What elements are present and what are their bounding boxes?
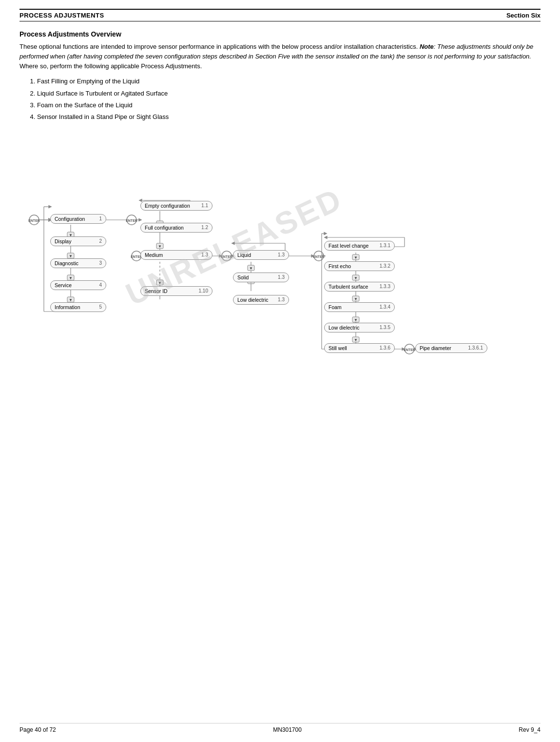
menu-low-dielectric-col4-label: Low dielectric [328,325,360,331]
svg-rect-70 [352,317,359,322]
menu-turbulent-surface-label: Turbulent surface [328,284,368,290]
svg-text:▼: ▼ [354,297,358,301]
footer-right: Rev 9_4 [519,726,541,733]
menu-service-label: Service [55,282,72,288]
menu-full-config-label: Full configuration [145,225,184,231]
menu-diagnostic-label: Diagnostic [55,260,78,266]
menu-configuration-num: 1 [99,216,102,221]
menu-first-echo-num: 1.3.2 [380,263,390,269]
menu-display-num: 2 [99,238,102,244]
menu-low-dielectric-col3-label: Low dielectric [237,297,269,303]
menu-configuration: Configuration 1 [50,214,106,224]
menu-low-dielectric-col3: Low dielectric 1.3 [233,295,289,305]
menu-fast-level-change: Fast level change 1.3.1 [324,241,395,251]
menu-foam-label: Foam [328,304,342,310]
svg-text:▼: ▼ [158,244,162,249]
menu-sensor-id-label: Sensor ID [145,288,168,294]
menu-diagnostic: Diagnostic 3 [50,258,106,268]
svg-point-22 [127,215,136,225]
svg-text:▼: ▼ [354,255,358,260]
menu-low-dielectric-col4: Low dielectric 1.3.5 [324,323,395,332]
menu-sensor-id-num: 1.10 [199,288,208,293]
svg-point-39 [222,251,232,261]
body-paragraph: These optional functions are intended to… [19,42,541,71]
menu-liquid-label: Liquid [237,252,251,258]
svg-rect-10 [67,275,74,280]
menu-low-dielectric-col4-num: 1.3.5 [380,325,390,330]
menu-information: Information 5 [50,302,106,312]
menu-liquid-num: 1.3 [278,252,285,257]
diagram-area: UNRELEASED ENTER ▼ ▼ ▼ ▼ [19,131,541,385]
svg-text:▼: ▼ [354,338,358,342]
svg-rect-64 [352,275,359,280]
menu-still-well-num: 1.3.6 [380,345,390,351]
menu-still-well-label: Still well [328,345,347,351]
svg-rect-32 [156,243,163,249]
svg-text:ENTER: ENTER [313,255,325,258]
menu-first-echo: First echo 1.3.2 [324,261,395,271]
menu-information-num: 5 [99,304,102,310]
menu-display-label: Display [55,238,71,244]
menu-medium-num: 1.3 [201,252,208,257]
svg-rect-13 [67,297,74,302]
menu-turbulent-surface-num: 1.3.3 [380,284,390,289]
menu-foam-num: 1.3.4 [380,304,390,310]
menu-display: Display 2 [50,236,106,246]
process-list: Fast Filling or Emptying of the Liquid L… [37,76,541,122]
svg-point-19 [132,251,141,261]
menu-empty-config-label: Empty configuration [145,203,190,209]
svg-text:▼: ▼ [354,318,358,322]
svg-text:ENTER: ENTER [221,255,232,258]
menu-medium-label: Medium [145,252,163,258]
body-text-note: Note [420,43,434,50]
menu-sensor-id: Sensor ID 1.10 [140,286,212,296]
menu-liquid: Liquid 1.3 [233,250,289,260]
menu-pipe-diameter-num: 1.3.6.1 [468,345,483,351]
header-right: Section Six [506,12,541,19]
menu-solid-num: 1.3 [278,274,285,280]
svg-text:▼: ▼ [69,298,73,302]
page-footer: Page 40 of 72 MN301700 Rev 9_4 [19,723,541,733]
menu-configuration-label: Configuration [55,216,85,222]
menu-information-label: Information [55,304,80,310]
list-item-1: Fast Filling or Emptying of the Liquid [37,76,541,87]
svg-text:▼: ▼ [354,276,358,280]
menu-diagnostic-num: 3 [99,260,102,266]
page: PROCESS ADJUSTMENTS Section Six Process … [0,0,560,742]
svg-text:ENTER: ENTER [126,219,137,222]
menu-first-echo-label: First echo [328,263,351,269]
footer-center: MN301700 [273,726,302,733]
svg-point-53 [314,251,324,261]
menu-low-dielectric-col3-num: 1.3 [278,297,285,302]
svg-rect-67 [352,296,359,301]
svg-text:▼: ▼ [69,254,73,258]
menu-medium: Medium 1.3 [140,250,212,260]
menu-fast-level-change-label: Fast level change [328,243,368,249]
menu-pipe-diameter: Pipe diameter 1.3.6.1 [415,343,487,353]
list-item-2: Liquid Surface is Turbulent or Agitated … [37,88,541,99]
menu-turbulent-surface: Turbulent surface 1.3.3 [324,282,395,292]
menu-empty-config-num: 1.1 [201,203,208,208]
svg-text:▼: ▼ [158,281,162,285]
menu-pipe-diameter-label: Pipe diameter [420,345,451,351]
header-left: PROCESS ADJUSTMENTS [19,12,104,19]
menu-full-config: Full configuration 1.2 [140,223,212,233]
menu-full-config-num: 1.2 [201,225,208,230]
list-item-3: Foam on the Surface of the Liquid [37,100,541,111]
menu-fast-level-change-num: 1.3.1 [380,243,390,248]
svg-rect-73 [352,337,359,342]
svg-rect-47 [248,265,254,271]
svg-point-79 [405,344,414,354]
menu-still-well: Still well 1.3.6 [324,343,395,353]
menu-solid-label: Solid [237,274,249,280]
svg-text:ENTER: ENTER [28,219,40,222]
menu-service: Service 4 [50,280,106,290]
menu-empty-config: Empty configuration 1.1 [140,201,212,211]
svg-text:▼: ▼ [249,266,253,271]
footer-left: Page 40 of 72 [19,726,56,733]
svg-text:▼: ▼ [69,276,73,280]
svg-rect-61 [352,254,359,260]
page-header: PROCESS ADJUSTMENTS Section Six [19,9,541,21]
svg-point-0 [29,215,39,225]
section-title: Process Adjustments Overview [19,30,541,38]
